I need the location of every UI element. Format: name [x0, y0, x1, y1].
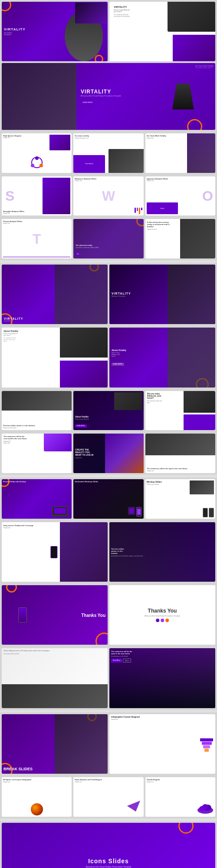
about-p-btn: READ MORE [112, 358, 133, 366]
swot-t-letter: T [33, 231, 41, 247]
million-dark-text: The first million words e is the hardest… [111, 547, 144, 557]
dark-text: About Virtality Did you enjoy killing me… [75, 416, 89, 428]
slide-easy-access[interactable]: Easy-access Virtality call 1 message Sam… [2, 522, 108, 582]
access-phone [50, 546, 57, 558]
svg-point-2 [39, 164, 43, 167]
vr2-img [168, 265, 215, 324]
row-mockup: Preview Dolby with desktop Smartwatch Mo… [0, 477, 217, 520]
slide-spirit-dark[interactable]: The metaverse will be the spirit in the … [109, 648, 215, 708]
slide-about-white[interactable]: About Virtality Did you enjoy killing me… [2, 328, 108, 387]
row-about: About Virtality Did you enjoy killing me… [0, 326, 217, 389]
slide-team-virtality[interactable]: Our team virtality Sample description te… [73, 133, 143, 173]
slide-million-dark[interactable]: The first million words e is the hardest… [109, 522, 215, 582]
deco-ring-2 [95, 55, 103, 61]
swot-w-letter: W [102, 188, 115, 204]
dark-btn[interactable]: READ MORE [75, 424, 86, 427]
wide-tagline: Metaverse And Virtual Reality Presentati… [81, 95, 121, 97]
swot-s-text: Strengths Analysis Slides Sample Text [3, 210, 24, 214]
airplane-text: Paper Airplane and Trail Diagram Sample … [75, 779, 102, 783]
vr2-text: VIRTALITY Metaverse Presentation [112, 292, 131, 297]
row-1: VIRTALITY Virtual RealityPresentation VI… [0, 0, 217, 63]
row-break: BREAK SLIDES Infographic Funnel Diagram … [0, 712, 217, 775]
dolby-laptop [52, 507, 69, 517]
event-text: Virtual reality promotes a VR reality vi… [3, 650, 106, 655]
swot-t-text: Threa's Analysis Slides Sample Text [3, 220, 22, 224]
slide-infographic-funnel[interactable]: Infographic Funnel Diagram Sample text [109, 714, 215, 774]
access-img [60, 522, 108, 582]
sphere-text: 3D Sphere w/ 4 Layers Infographic Sample… [3, 779, 31, 783]
slide-break-purple[interactable]: BREAK SLIDES [2, 714, 108, 774]
slide-21st-text: Is this twenty-first century, reality is… [147, 221, 200, 230]
slide-distorted[interactable]: The distorted reality by humans is cards… [73, 219, 143, 258]
slide-about-purple[interactable]: About Virtality Did you enjoy killing me… [109, 328, 215, 387]
slide-about-virtality-1[interactable]: VIRTALITY Did you enjoy killing me, your… [109, 2, 215, 61]
wide-person [172, 83, 194, 109]
swot-t-line [3, 257, 70, 257]
slide-create-reality[interactable]: CREATE THE REALITY YOU WANT TO LIVE IN S… [73, 434, 143, 473]
slide-virtality-hero[interactable]: VIRTALITY Virtual RealityPresentation [2, 2, 108, 61]
slide-smartwatch[interactable]: Smartwatch Mockups Slides [73, 479, 143, 519]
svg-point-9 [202, 804, 208, 809]
slide-icons-wide[interactable]: Icons Slides Metaverse And Virtual Reali… [2, 823, 215, 868]
row-mobile: Easy-access Virtality call 1 message Sam… [0, 520, 217, 583]
thanks-w-text: Thanks You Metaverse And Virtual Reality… [145, 608, 180, 622]
slide-million-white[interactable]: The first million words e is the hardest… [2, 391, 72, 431]
about-body: Did you enjoy killing me, your honor? [114, 9, 131, 13]
break-text: BREAK SLIDES [3, 767, 33, 772]
row-3: Flajit Spinner Diagram Sample Text Our t… [0, 132, 217, 175]
spirit-dark-text: The metaverse will be the spirit in the … [111, 650, 151, 663]
slide-virtual-event[interactable]: Virtual reality promotes a VR reality vi… [2, 648, 108, 708]
team-purple-block: Team Member [73, 155, 105, 173]
slide-vr-purple-2[interactable]: VIRTALITY Metaverse Presentation [109, 265, 215, 324]
slide-about-dark[interactable]: About Virtality Did you enjoy killing me… [73, 391, 143, 431]
spirit-btn-1[interactable]: Read More [111, 659, 122, 663]
svg-point-1 [35, 156, 39, 160]
about-w-purple [60, 361, 108, 388]
killing-img [184, 391, 215, 413]
spinner-img [49, 135, 70, 150]
break-img [55, 714, 108, 774]
slide-killing-white[interactable]: Did you enjoy killing me, your honor? Th… [145, 391, 215, 431]
slide-thanks-white[interactable]: Thanks You Metaverse And Virtual Reality… [109, 585, 215, 645]
mockup-w-text: Mockup Slides Preview your designs [147, 480, 162, 485]
meta1-text: The metaverse will be the next world in … [3, 435, 48, 444]
wide-corner-text: Our Team Work Virtality The distorted re… [195, 65, 214, 69]
event-img [2, 684, 108, 708]
swot-w-text: Weakness Analysis Slides Sample Text [75, 178, 96, 182]
killing-purple [184, 414, 215, 430]
slide-paper-airplane[interactable]: Paper Airplane and Trail Diagram Sample … [73, 777, 143, 817]
sphere-visual [31, 803, 43, 815]
slide-clouds[interactable]: Clouds Diagram Sample text [145, 777, 215, 817]
slide-swot-o[interactable]: O Opportuni Analysis Slides Sample Text … [145, 176, 215, 216]
slide-mockup-white[interactable]: Mockup Slides Preview your designs [145, 479, 215, 519]
row-thanks: Thanks You Thanks You Metaverse And Virt… [0, 583, 217, 646]
slide-vr-purple-1[interactable]: VIRTALITY Virtual Reality [2, 265, 108, 324]
slide-3d-sphere[interactable]: 3D Sphere w/ 4 Layers Infographic Sample… [2, 777, 72, 817]
funnel-shape [200, 739, 213, 752]
slide-swot-t[interactable]: T Threa's Analysis Slides Sample Text [2, 219, 72, 258]
dolby-text: Preview Dolby with desktop [3, 480, 26, 483]
slide-flajit[interactable]: Flajit Spinner Diagram Sample Text [2, 133, 72, 173]
slide-metaverse-1[interactable]: The metaverse will be the next world in … [2, 434, 72, 473]
wide-ring-2 [187, 119, 202, 130]
slide-swot-w[interactable]: W Weakness Analysis Slides Sample Text [73, 176, 143, 216]
about-title: VIRTALITY [114, 6, 145, 8]
slide-spirit[interactable]: The metaverse will be the spirit in the … [145, 434, 215, 473]
slide-dolby[interactable]: Preview Dolby with desktop [2, 479, 72, 519]
slide-team-work[interactable]: Our Team Work Virtality Sample Text [145, 133, 215, 173]
slide-21st[interactable]: Is this twenty-first century, reality is… [145, 219, 215, 258]
slide-virtality-wide[interactable]: VIRTALITY Metaverse And Virtual Reality … [2, 63, 215, 130]
about-p-text: About Virtality Did you enjoy killing me… [112, 349, 133, 366]
slide-thanks-purple[interactable]: Thanks You [2, 585, 108, 645]
thanks-ring-1 [95, 633, 108, 645]
swot-o-box: Details [147, 202, 178, 214]
slide-swot-s[interactable]: S Strengths Analysis Slides Sample Text [2, 176, 72, 216]
clouds-text: Clouds Diagram Sample text [147, 779, 160, 783]
svg-point-3 [31, 164, 34, 167]
row-swot: S Strengths Analysis Slides Sample Text … [0, 175, 217, 218]
icons-ring-2 [178, 823, 194, 834]
learn-more-btn[interactable]: LEARN MORE [81, 101, 94, 104]
row-million: The first million words e is the hardest… [0, 389, 217, 432]
spinner-shape [30, 156, 43, 171]
row-threats: T Threa's Analysis Slides Sample Text Th… [0, 217, 217, 260]
